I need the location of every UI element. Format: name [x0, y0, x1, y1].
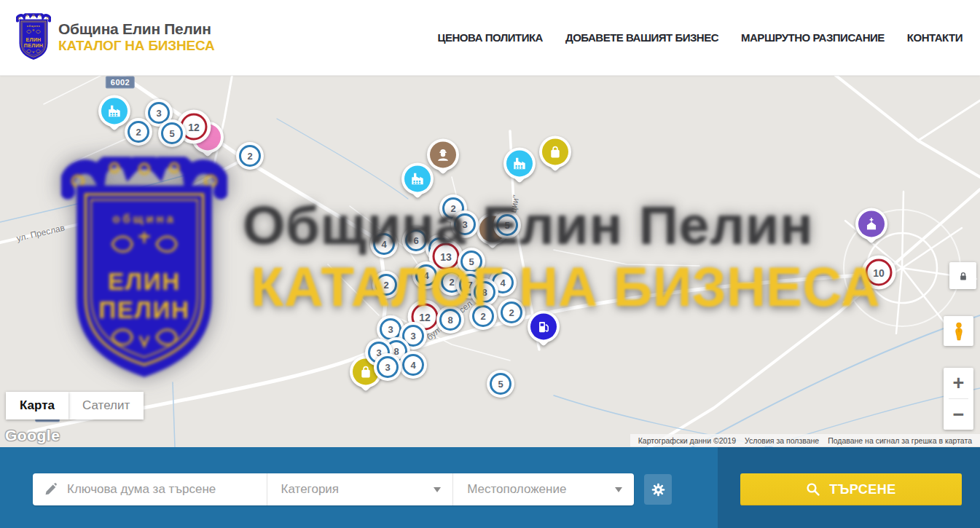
site-subtitle: КАТАЛОГ НА БИЗНЕСА [58, 38, 215, 54]
cluster-count: 4 [423, 270, 428, 281]
factory-pin[interactable] [98, 95, 130, 127]
map-canvas[interactable]: 6002105ул. Преславбул. „Новоселции" 3122… [0, 75, 980, 447]
header: Община Елин Пелин КАТАЛОГ НА БИЗНЕСА ЦЕН… [0, 0, 980, 76]
cluster-marker[interactable]: 4 [399, 351, 427, 379]
keyword-section [33, 473, 267, 505]
factory-icon [506, 150, 533, 176]
cluster-count: 3 [462, 219, 467, 230]
search-button-label: ТЪРСЕНЕ [829, 482, 896, 497]
map-type-map-button[interactable]: Карта [6, 392, 68, 419]
cluster-count: 12 [419, 311, 431, 323]
report-map-error-link[interactable]: Подаване на сигнал за грешка в картата [823, 436, 976, 445]
cluster-count: 13 [440, 251, 452, 262]
cluster-count: 5 [504, 220, 509, 231]
advanced-search-button[interactable] [644, 474, 672, 505]
cluster-count: 3 [385, 362, 390, 373]
municipality-crest-logo [16, 13, 51, 61]
pegman-icon [951, 322, 967, 341]
keyword-search-input[interactable] [66, 481, 267, 497]
cluster-marker[interactable]: 3 [451, 210, 479, 238]
fuel-pump-icon [530, 313, 557, 339]
cluster-count: 2 [449, 277, 454, 288]
cluster-count: 2 [136, 127, 141, 138]
zoom-control: + − [944, 368, 973, 430]
cluster-count: 10 [873, 267, 885, 278]
cluster-marker[interactable]: 2 [236, 142, 264, 170]
cluster-marker[interactable]: 4 [370, 230, 398, 258]
search-panel: Категория Местоположение [0, 447, 980, 528]
nav-contacts[interactable]: КОНТАКТИ [907, 31, 963, 44]
search-button[interactable]: ТЪРСЕНЕ [740, 473, 962, 505]
factory-pin[interactable] [503, 147, 536, 179]
cluster-count: 3 [410, 331, 415, 342]
cluster-count: 2 [509, 307, 514, 318]
cluster-marker[interactable]: 3 [374, 353, 401, 381]
cluster-count: 2 [247, 151, 252, 162]
nav-add-your-business[interactable]: ДОБАВЕТЕ ВАШИЯТ БИЗНЕС [565, 31, 718, 44]
cluster-count: 6 [413, 235, 418, 246]
cluster-marker[interactable]: 5 [158, 119, 186, 147]
cluster-count: 5 [469, 256, 474, 267]
page: Община Елин Пелин КАТАЛОГ НА БИЗНЕСА ЦЕН… [0, 0, 980, 528]
cluster-count: 3 [156, 108, 161, 119]
factory-icon [404, 165, 431, 192]
main-nav: ЦЕНОВА ПОЛИТИКА ДОБАВЕТЕ ВАШИЯТ БИЗНЕС М… [438, 0, 963, 75]
category-dropdown[interactable]: Категория [267, 473, 453, 505]
nav-route-schedule[interactable]: МАРШРУТНО РАЗПИСАНИЕ [741, 31, 885, 44]
cluster-count: 8 [482, 287, 487, 298]
map-type-satellite-button[interactable]: Сателит [68, 392, 144, 419]
shopping-bag-icon [542, 138, 568, 165]
fuel-pin[interactable] [528, 310, 560, 342]
zoom-out-button[interactable]: − [944, 399, 973, 430]
cluster-marker[interactable]: 5 [487, 370, 514, 398]
cluster-count: 2 [480, 311, 485, 322]
cluster-marker[interactable]: 2 [469, 302, 497, 330]
location-dropdown[interactable]: Местоположение [452, 473, 634, 505]
map-attribution: Картографски данни ©2019 Условия за полз… [630, 434, 980, 446]
construction-worker-icon [430, 141, 456, 168]
cluster-marker[interactable]: 2 [498, 299, 525, 326]
google-logo[interactable]: Google [5, 427, 60, 444]
site-title: Община Елин Пелин [58, 20, 215, 38]
cluster-count: 8 [447, 315, 452, 326]
cluster-marker[interactable]: 4 [412, 261, 440, 289]
cluster-count: 2 [383, 280, 388, 291]
shopping-bag-pin[interactable] [539, 135, 571, 168]
church-pin[interactable] [855, 208, 887, 240]
search-icon [806, 482, 820, 497]
chevron-down-icon [434, 487, 441, 492]
chevron-down-icon [615, 487, 622, 492]
gear-icon [651, 482, 666, 497]
location-dropdown-label: Местоположение [453, 482, 566, 497]
map-copyright: Картографски данни ©2019 [634, 436, 740, 445]
zoom-in-button[interactable]: + [944, 368, 973, 398]
cluster-marker[interactable]: 10 [862, 256, 896, 290]
brand[interactable]: Община Елин Пелин КАТАЛОГ НА БИЗНЕСА [16, 13, 215, 61]
road-number-badge: 6002 [106, 76, 135, 89]
terms-of-use-link[interactable]: Условия за ползване [740, 436, 823, 445]
pencil-icon [44, 483, 58, 497]
cluster-count: 4 [381, 239, 386, 250]
cluster-marker[interactable]: 5 [493, 211, 521, 239]
cluster-marker[interactable]: 8 [436, 306, 464, 334]
cluster-count: 5 [498, 379, 503, 390]
lock-scroll-button[interactable] [949, 262, 976, 289]
cluster-count: 2 [450, 203, 455, 214]
cluster-marker[interactable]: 2 [372, 271, 400, 299]
cluster-count: 5 [169, 128, 174, 139]
lock-icon [957, 270, 969, 282]
map-type-control: Карта Сателит [6, 392, 144, 419]
church-icon [858, 210, 885, 237]
factory-icon [101, 98, 128, 124]
cluster-count: 4 [500, 277, 505, 288]
cluster-count: 4 [410, 360, 415, 371]
category-dropdown-label: Категория [267, 482, 339, 497]
factory-pin[interactable] [401, 162, 434, 194]
cluster-count: 12 [188, 121, 200, 133]
street-view-pegman-button[interactable] [944, 316, 973, 346]
cluster-count: 3 [388, 324, 393, 335]
nav-pricing-policy[interactable]: ЦЕНОВА ПОЛИТИКА [438, 31, 543, 44]
search-bar: Категория Местоположение [33, 473, 634, 505]
